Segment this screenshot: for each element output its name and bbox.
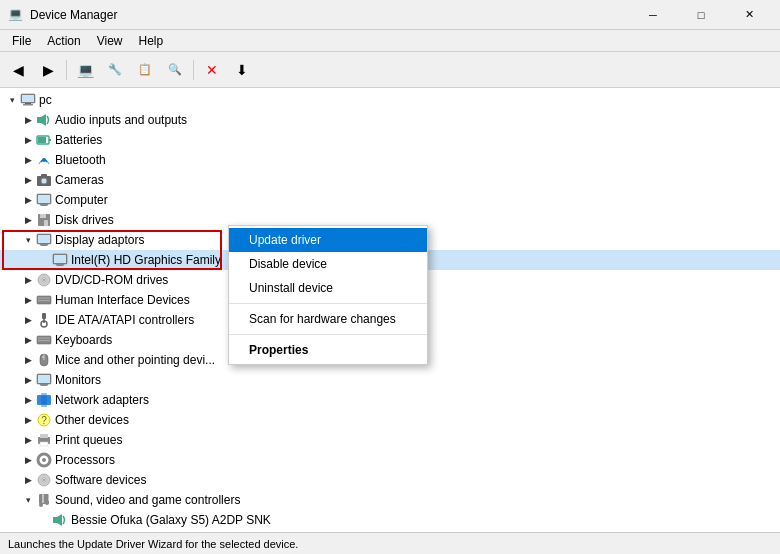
svg-rect-32 <box>38 298 50 299</box>
device-label: Audio inputs and outputs <box>55 113 187 127</box>
device-label: Monitors <box>55 373 101 387</box>
svg-rect-42 <box>42 356 44 358</box>
device-icon <box>36 172 52 188</box>
toolbar-forward[interactable]: ▶ <box>34 56 62 84</box>
minimize-button[interactable]: ─ <box>630 0 676 30</box>
tree-item[interactable]: ▶Monitors <box>0 370 780 390</box>
device-label: Keyboards <box>55 333 112 347</box>
window-icon: 💻 <box>8 7 24 23</box>
toolbar-properties[interactable]: 🔧 <box>101 56 129 84</box>
title-bar: 💻 Device Manager ─ □ ✕ <box>0 0 780 30</box>
menu-view[interactable]: View <box>89 30 131 52</box>
expand-icon: ▾ <box>20 490 36 510</box>
context-menu-item[interactable]: Uninstall device <box>229 276 427 300</box>
tree-item[interactable]: ▶Bluetooth <box>0 150 780 170</box>
svg-rect-65 <box>53 517 57 523</box>
menu-separator <box>229 334 427 335</box>
tree-item[interactable]: ▶Batteries <box>0 130 780 150</box>
device-icon <box>36 212 52 228</box>
device-label: Bessie Ofuka (Galaxy S5) A2DP SNK <box>71 513 271 527</box>
tree-item[interactable]: ▶?Other devices <box>0 410 780 430</box>
device-icon <box>36 352 52 368</box>
expand-icon: ▶ <box>20 370 36 390</box>
expand-icon: ▾ <box>4 90 20 110</box>
tree-item[interactable]: ▶Network adapters <box>0 390 780 410</box>
svg-point-61 <box>39 503 43 507</box>
status-text: Launches the Update Driver Wizard for th… <box>8 538 298 550</box>
device-label: Computer <box>55 193 108 207</box>
svg-rect-12 <box>41 174 47 177</box>
tree-item[interactable]: ▾Sound, video and game controllers <box>0 490 780 510</box>
expand-icon: ▶ <box>20 470 36 490</box>
device-label: Intel(R) HD Graphics Family <box>71 253 221 267</box>
menu-action[interactable]: Action <box>39 30 88 52</box>
tree-item[interactable]: ▶Audio inputs and outputs <box>0 110 780 130</box>
device-label: Other devices <box>55 413 129 427</box>
device-label: DVD/CD-ROM drives <box>55 273 168 287</box>
toolbar-cancel[interactable]: ✕ <box>198 56 226 84</box>
expand-icon: ▶ <box>20 190 36 210</box>
device-label: Display adaptors <box>55 233 144 247</box>
device-icon <box>20 92 36 108</box>
menu-file[interactable]: File <box>4 30 39 52</box>
svg-rect-16 <box>40 204 48 206</box>
maximize-button[interactable]: □ <box>678 0 724 30</box>
device-label: Print queues <box>55 433 122 447</box>
svg-rect-14 <box>38 195 50 203</box>
tree-item[interactable]: Bessie Ofuka (Galaxy S5) Hands-Free HF A… <box>0 530 780 532</box>
expand-icon: ▶ <box>20 310 36 330</box>
device-icon <box>52 252 68 268</box>
expand-icon <box>36 250 52 270</box>
svg-marker-66 <box>57 514 62 526</box>
expand-icon: ▶ <box>20 210 36 230</box>
svg-rect-34 <box>42 313 46 319</box>
toolbar-computer[interactable]: 💻 <box>71 56 99 84</box>
tree-item[interactable]: ▶Computer <box>0 190 780 210</box>
device-label: Mice and other pointing devi... <box>55 353 215 367</box>
context-menu-item[interactable]: Disable device <box>229 252 427 276</box>
expand-icon: ▾ <box>20 230 36 250</box>
menu-help[interactable]: Help <box>131 30 172 52</box>
context-menu-item[interactable]: Properties <box>229 338 427 362</box>
window-controls: ─ □ ✕ <box>630 0 772 30</box>
toolbar-install[interactable]: ⬇ <box>228 56 256 84</box>
svg-rect-53 <box>40 434 48 438</box>
svg-rect-33 <box>38 300 50 301</box>
tree-item[interactable]: ▾pc <box>0 90 780 110</box>
expand-icon: ▶ <box>20 130 36 150</box>
context-menu-item[interactable]: Update driver <box>229 228 427 252</box>
expand-icon: ▶ <box>20 290 36 310</box>
tree-item[interactable]: ▶Software devices <box>0 470 780 490</box>
device-icon <box>36 192 52 208</box>
svg-rect-39 <box>38 340 50 341</box>
toolbar-sep1 <box>66 60 67 80</box>
device-icon <box>36 492 52 508</box>
device-icon <box>36 292 52 308</box>
device-label: IDE ATA/ATAPI controllers <box>55 313 194 327</box>
toolbar-scan[interactable]: 📋 <box>131 56 159 84</box>
expand-icon: ▶ <box>20 410 36 430</box>
expand-icon <box>36 510 52 530</box>
toolbar-sep2 <box>193 60 194 80</box>
device-label: Disk drives <box>55 213 114 227</box>
toolbar-search[interactable]: 🔍 <box>161 56 189 84</box>
svg-marker-5 <box>41 114 46 126</box>
svg-rect-7 <box>49 139 51 141</box>
device-icon <box>36 452 52 468</box>
tree-item[interactable]: ▶Cameras <box>0 170 780 190</box>
svg-point-11 <box>41 178 47 184</box>
svg-rect-19 <box>44 220 48 226</box>
device-icon <box>36 312 52 328</box>
device-icon <box>52 512 68 528</box>
close-button[interactable]: ✕ <box>726 0 772 30</box>
expand-icon: ▶ <box>20 170 36 190</box>
toolbar-back[interactable]: ◀ <box>4 56 32 84</box>
tree-item[interactable]: ▶Print queues <box>0 430 780 450</box>
tree-item[interactable]: Bessie Ofuka (Galaxy S5) A2DP SNK <box>0 510 780 530</box>
tree-item[interactable]: ▶Processors <box>0 450 780 470</box>
expand-icon: ▶ <box>20 270 36 290</box>
svg-rect-21 <box>38 235 50 243</box>
svg-rect-44 <box>38 375 50 383</box>
svg-point-62 <box>45 501 49 505</box>
context-menu-item[interactable]: Scan for hardware changes <box>229 307 427 331</box>
